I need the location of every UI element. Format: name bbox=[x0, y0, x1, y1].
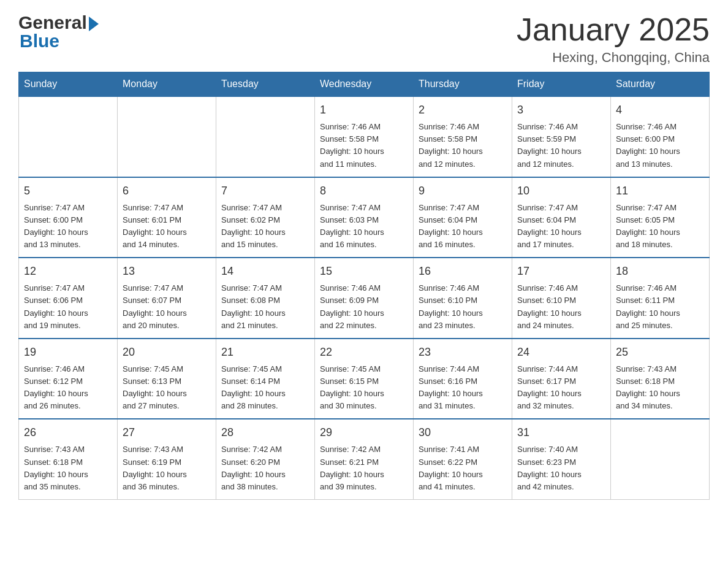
day-number: 13 bbox=[123, 263, 211, 280]
calendar-cell: 28Sunrise: 7:42 AM Sunset: 6:20 PM Dayli… bbox=[216, 419, 315, 499]
calendar-cell: 1Sunrise: 7:46 AM Sunset: 5:58 PM Daylig… bbox=[315, 96, 414, 177]
calendar-cell bbox=[611, 419, 710, 499]
day-info: Sunrise: 7:46 AM Sunset: 6:12 PM Dayligh… bbox=[24, 363, 112, 413]
day-info: Sunrise: 7:46 AM Sunset: 5:58 PM Dayligh… bbox=[320, 121, 408, 170]
day-number: 30 bbox=[419, 424, 507, 441]
day-info: Sunrise: 7:46 AM Sunset: 6:10 PM Dayligh… bbox=[419, 282, 507, 332]
calendar-cell: 7Sunrise: 7:47 AM Sunset: 6:02 PM Daylig… bbox=[216, 177, 315, 258]
calendar-cell: 2Sunrise: 7:46 AM Sunset: 5:58 PM Daylig… bbox=[414, 96, 512, 177]
calendar-cell bbox=[19, 96, 118, 177]
day-number: 19 bbox=[24, 344, 112, 361]
day-info: Sunrise: 7:47 AM Sunset: 6:04 PM Dayligh… bbox=[517, 202, 605, 251]
logo-blue-text: Blue bbox=[18, 31, 59, 52]
calendar-cell: 23Sunrise: 7:44 AM Sunset: 6:16 PM Dayli… bbox=[414, 339, 512, 419]
calendar-table: SundayMondayTuesdayWednesdayThursdayFrid… bbox=[18, 72, 710, 500]
day-info: Sunrise: 7:47 AM Sunset: 6:06 PM Dayligh… bbox=[24, 282, 112, 332]
calendar-cell: 12Sunrise: 7:47 AM Sunset: 6:06 PM Dayli… bbox=[19, 258, 118, 339]
calendar-week-row: 12Sunrise: 7:47 AM Sunset: 6:06 PM Dayli… bbox=[19, 258, 710, 339]
calendar-header-sunday: Sunday bbox=[19, 72, 118, 97]
day-info: Sunrise: 7:43 AM Sunset: 6:18 PM Dayligh… bbox=[616, 363, 704, 413]
day-number: 5 bbox=[24, 183, 112, 199]
location-title: Hexing, Chongqing, China bbox=[517, 50, 710, 66]
day-info: Sunrise: 7:42 AM Sunset: 6:21 PM Dayligh… bbox=[320, 443, 408, 493]
day-number: 26 bbox=[24, 424, 112, 441]
logo-arrow-icon bbox=[89, 17, 99, 31]
day-number: 1 bbox=[320, 102, 408, 118]
day-info: Sunrise: 7:42 AM Sunset: 6:20 PM Dayligh… bbox=[221, 443, 309, 493]
day-number: 6 bbox=[123, 183, 211, 199]
day-number: 12 bbox=[24, 263, 112, 280]
day-number: 15 bbox=[320, 263, 408, 280]
calendar-cell: 9Sunrise: 7:47 AM Sunset: 6:04 PM Daylig… bbox=[414, 177, 512, 258]
day-number: 16 bbox=[419, 263, 507, 280]
day-info: Sunrise: 7:47 AM Sunset: 6:04 PM Dayligh… bbox=[419, 202, 507, 251]
day-info: Sunrise: 7:45 AM Sunset: 6:15 PM Dayligh… bbox=[320, 363, 408, 413]
calendar-cell: 15Sunrise: 7:46 AM Sunset: 6:09 PM Dayli… bbox=[315, 258, 414, 339]
calendar-cell: 6Sunrise: 7:47 AM Sunset: 6:01 PM Daylig… bbox=[118, 177, 216, 258]
logo-general-text: General bbox=[18, 12, 87, 33]
day-info: Sunrise: 7:46 AM Sunset: 5:58 PM Dayligh… bbox=[419, 121, 507, 170]
day-number: 20 bbox=[123, 344, 211, 361]
day-number: 24 bbox=[517, 344, 605, 361]
day-info: Sunrise: 7:47 AM Sunset: 6:02 PM Dayligh… bbox=[221, 202, 309, 251]
calendar-cell: 21Sunrise: 7:45 AM Sunset: 6:14 PM Dayli… bbox=[216, 339, 315, 419]
day-number: 3 bbox=[517, 102, 605, 118]
calendar-header-wednesday: Wednesday bbox=[315, 72, 414, 97]
calendar-cell: 16Sunrise: 7:46 AM Sunset: 6:10 PM Dayli… bbox=[414, 258, 512, 339]
day-number: 9 bbox=[419, 183, 507, 199]
day-info: Sunrise: 7:43 AM Sunset: 6:19 PM Dayligh… bbox=[123, 443, 211, 493]
day-info: Sunrise: 7:47 AM Sunset: 6:08 PM Dayligh… bbox=[221, 282, 309, 332]
calendar-week-row: 1Sunrise: 7:46 AM Sunset: 5:58 PM Daylig… bbox=[19, 96, 710, 177]
calendar-cell: 5Sunrise: 7:47 AM Sunset: 6:00 PM Daylig… bbox=[19, 177, 118, 258]
calendar-cell: 29Sunrise: 7:42 AM Sunset: 6:21 PM Dayli… bbox=[315, 419, 414, 499]
calendar-week-row: 26Sunrise: 7:43 AM Sunset: 6:18 PM Dayli… bbox=[19, 419, 710, 499]
calendar-cell: 30Sunrise: 7:41 AM Sunset: 6:22 PM Dayli… bbox=[414, 419, 512, 499]
logo: General Blue bbox=[18, 12, 99, 52]
day-number: 4 bbox=[616, 102, 704, 118]
day-info: Sunrise: 7:45 AM Sunset: 6:13 PM Dayligh… bbox=[123, 363, 211, 413]
calendar-cell: 10Sunrise: 7:47 AM Sunset: 6:04 PM Dayli… bbox=[512, 177, 611, 258]
day-number: 8 bbox=[320, 183, 408, 199]
day-number: 10 bbox=[517, 183, 605, 199]
calendar-cell: 14Sunrise: 7:47 AM Sunset: 6:08 PM Dayli… bbox=[216, 258, 315, 339]
calendar-cell: 8Sunrise: 7:47 AM Sunset: 6:03 PM Daylig… bbox=[315, 177, 414, 258]
day-number: 22 bbox=[320, 344, 408, 361]
day-number: 11 bbox=[616, 183, 704, 199]
day-number: 28 bbox=[221, 424, 309, 441]
calendar-cell: 3Sunrise: 7:46 AM Sunset: 5:59 PM Daylig… bbox=[512, 96, 611, 177]
calendar-cell: 20Sunrise: 7:45 AM Sunset: 6:13 PM Dayli… bbox=[118, 339, 216, 419]
day-number: 31 bbox=[517, 424, 605, 441]
calendar-header-row: SundayMondayTuesdayWednesdayThursdayFrid… bbox=[19, 72, 710, 97]
day-info: Sunrise: 7:47 AM Sunset: 6:00 PM Dayligh… bbox=[24, 202, 112, 251]
calendar-header-friday: Friday bbox=[512, 72, 611, 97]
day-info: Sunrise: 7:43 AM Sunset: 6:18 PM Dayligh… bbox=[24, 443, 112, 493]
day-number: 7 bbox=[221, 183, 309, 199]
day-number: 21 bbox=[221, 344, 309, 361]
calendar-week-row: 19Sunrise: 7:46 AM Sunset: 6:12 PM Dayli… bbox=[19, 339, 710, 419]
calendar-cell: 4Sunrise: 7:46 AM Sunset: 6:00 PM Daylig… bbox=[611, 96, 710, 177]
calendar-cell: 18Sunrise: 7:46 AM Sunset: 6:11 PM Dayli… bbox=[611, 258, 710, 339]
calendar-cell: 13Sunrise: 7:47 AM Sunset: 6:07 PM Dayli… bbox=[118, 258, 216, 339]
day-info: Sunrise: 7:40 AM Sunset: 6:23 PM Dayligh… bbox=[517, 443, 605, 493]
calendar-cell: 26Sunrise: 7:43 AM Sunset: 6:18 PM Dayli… bbox=[19, 419, 118, 499]
calendar-week-row: 5Sunrise: 7:47 AM Sunset: 6:00 PM Daylig… bbox=[19, 177, 710, 258]
calendar-header-thursday: Thursday bbox=[414, 72, 512, 97]
month-title: January 2025 bbox=[517, 12, 710, 47]
calendar-cell: 27Sunrise: 7:43 AM Sunset: 6:19 PM Dayli… bbox=[118, 419, 216, 499]
day-info: Sunrise: 7:47 AM Sunset: 6:01 PM Dayligh… bbox=[123, 202, 211, 251]
day-number: 25 bbox=[616, 344, 704, 361]
day-number: 17 bbox=[517, 263, 605, 280]
calendar-cell: 17Sunrise: 7:46 AM Sunset: 6:10 PM Dayli… bbox=[512, 258, 611, 339]
day-info: Sunrise: 7:44 AM Sunset: 6:17 PM Dayligh… bbox=[517, 363, 605, 413]
calendar-header-tuesday: Tuesday bbox=[216, 72, 315, 97]
title-block: January 2025 Hexing, Chongqing, China bbox=[517, 12, 710, 66]
day-info: Sunrise: 7:46 AM Sunset: 6:00 PM Dayligh… bbox=[616, 121, 704, 170]
calendar-cell: 19Sunrise: 7:46 AM Sunset: 6:12 PM Dayli… bbox=[19, 339, 118, 419]
day-info: Sunrise: 7:47 AM Sunset: 6:05 PM Dayligh… bbox=[616, 202, 704, 251]
day-info: Sunrise: 7:47 AM Sunset: 6:07 PM Dayligh… bbox=[123, 282, 211, 332]
day-info: Sunrise: 7:41 AM Sunset: 6:22 PM Dayligh… bbox=[419, 443, 507, 493]
calendar-cell: 22Sunrise: 7:45 AM Sunset: 6:15 PM Dayli… bbox=[315, 339, 414, 419]
calendar-cell: 24Sunrise: 7:44 AM Sunset: 6:17 PM Dayli… bbox=[512, 339, 611, 419]
day-info: Sunrise: 7:47 AM Sunset: 6:03 PM Dayligh… bbox=[320, 202, 408, 251]
day-number: 23 bbox=[419, 344, 507, 361]
